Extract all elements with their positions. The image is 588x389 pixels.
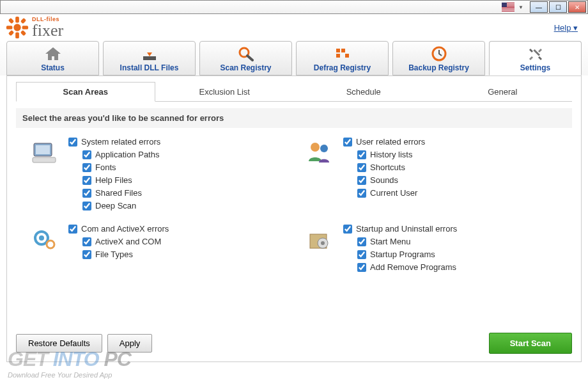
subtab-schedule[interactable]: Schedule <box>294 82 433 102</box>
check-deep-scan[interactable]: Deep Scan <box>82 201 284 210</box>
download-icon <box>141 46 159 61</box>
defrag-icon <box>334 46 352 61</box>
group-user: User related errors History lists Shortc… <box>304 137 559 214</box>
check-shared-files[interactable]: Shared Files <box>82 188 284 198</box>
home-icon <box>44 46 62 61</box>
logo-title: fixer <box>32 22 63 39</box>
svg-line-10 <box>247 56 252 60</box>
check-shortcuts[interactable]: Shortcuts <box>357 163 559 172</box>
svg-rect-13 <box>336 54 340 58</box>
check-current-user[interactable]: Current User <box>357 188 559 198</box>
bottom-button-bar: Restore Defaults Apply Start Scan <box>16 333 572 354</box>
flag-dropdown-icon[interactable]: ▼ <box>518 4 523 10</box>
svg-point-21 <box>320 145 328 152</box>
svg-rect-6 <box>20 30 26 36</box>
sub-tab-bar: Scan Areas Exclusion List Schedule Gener… <box>16 81 572 102</box>
check-system-errors[interactable]: System related errors <box>68 137 284 147</box>
scan-groups: System related errors Application Paths … <box>16 137 572 282</box>
svg-rect-11 <box>336 49 340 52</box>
tab-defrag-registry[interactable]: Defrag Registry <box>296 41 389 75</box>
svg-rect-18 <box>36 145 50 154</box>
start-scan-button[interactable]: Start Scan <box>489 333 572 354</box>
tab-backup-registry[interactable]: Backup Registry <box>392 41 485 75</box>
gears-icon <box>30 225 59 255</box>
check-com-errors[interactable]: Com and ActiveX errors <box>68 224 284 234</box>
tab-scan-registry[interactable]: Scan Registry <box>199 41 292 75</box>
group-com: Com and ActiveX errors ActiveX and COM F… <box>29 224 284 275</box>
check-application-paths[interactable]: Application Paths <box>82 150 284 159</box>
check-fonts[interactable]: Fonts <box>82 163 284 172</box>
svg-point-24 <box>47 241 54 248</box>
svg-point-20 <box>311 143 320 152</box>
check-sounds[interactable]: Sounds <box>357 175 559 185</box>
subtab-exclusion-list[interactable]: Exclusion List <box>155 82 295 102</box>
close-button[interactable]: ✕ <box>568 1 586 13</box>
apply-button[interactable]: Apply <box>107 334 153 353</box>
check-startup-programs[interactable]: Startup Programs <box>357 250 559 259</box>
svg-rect-7 <box>20 18 26 24</box>
restore-defaults-button[interactable]: Restore Defaults <box>16 334 102 353</box>
svg-rect-12 <box>341 49 345 52</box>
svg-rect-2 <box>15 33 19 39</box>
window-titlebar: ▼ — ☐ ✕ <box>0 0 588 14</box>
group-startup: Startup and Uninstall errors Start Menu … <box>304 224 559 275</box>
svg-rect-14 <box>345 54 349 58</box>
svg-rect-19 <box>33 157 56 163</box>
tools-icon <box>527 46 545 61</box>
users-icon <box>305 138 334 168</box>
svg-rect-8 <box>8 30 14 36</box>
package-icon <box>305 225 334 255</box>
check-start-menu[interactable]: Start Menu <box>357 237 559 246</box>
tab-settings[interactable]: Settings <box>489 41 582 75</box>
content-panel: Scan Areas Exclusion List Schedule Gener… <box>6 75 582 362</box>
main-tab-bar: Status Install DLL Files Scan Registry D… <box>0 41 588 75</box>
subtab-general[interactable]: General <box>433 82 573 102</box>
gear-logo-icon <box>5 15 29 40</box>
tab-install-dll[interactable]: Install DLL Files <box>103 41 196 75</box>
help-link[interactable]: Help ▾ <box>554 23 578 33</box>
tab-status[interactable]: Status <box>6 41 99 75</box>
check-startup-errors[interactable]: Startup and Uninstall errors <box>343 224 559 234</box>
check-help-files[interactable]: Help Files <box>82 175 284 185</box>
search-icon <box>237 46 255 61</box>
flag-icon[interactable] <box>502 3 514 12</box>
check-activex-com[interactable]: ActiveX and COM <box>82 237 284 246</box>
instruction-text: Select the areas you'd like to be scanne… <box>16 108 572 128</box>
svg-point-27 <box>321 241 325 245</box>
svg-rect-16 <box>533 49 540 56</box>
app-header: DLL-files fixer Help ▾ <box>0 14 588 41</box>
computer-icon <box>30 138 59 168</box>
check-history-lists[interactable]: History lists <box>357 150 559 159</box>
backup-icon <box>430 46 448 61</box>
check-add-remove[interactable]: Add Remove Programs <box>357 262 559 272</box>
subtab-scan-areas[interactable]: Scan Areas <box>16 82 155 102</box>
svg-rect-5 <box>8 18 14 24</box>
svg-point-23 <box>39 235 44 241</box>
svg-rect-4 <box>22 26 29 29</box>
svg-point-0 <box>13 24 20 31</box>
svg-rect-1 <box>15 17 19 23</box>
svg-rect-3 <box>6 26 13 29</box>
check-user-errors[interactable]: User related errors <box>343 137 559 147</box>
minimize-button[interactable]: — <box>530 1 548 13</box>
check-file-types[interactable]: File Types <box>82 250 284 259</box>
logo: DLL-files fixer <box>5 15 63 40</box>
group-system: System related errors Application Paths … <box>29 137 284 214</box>
maximize-button[interactable]: ☐ <box>549 1 567 13</box>
